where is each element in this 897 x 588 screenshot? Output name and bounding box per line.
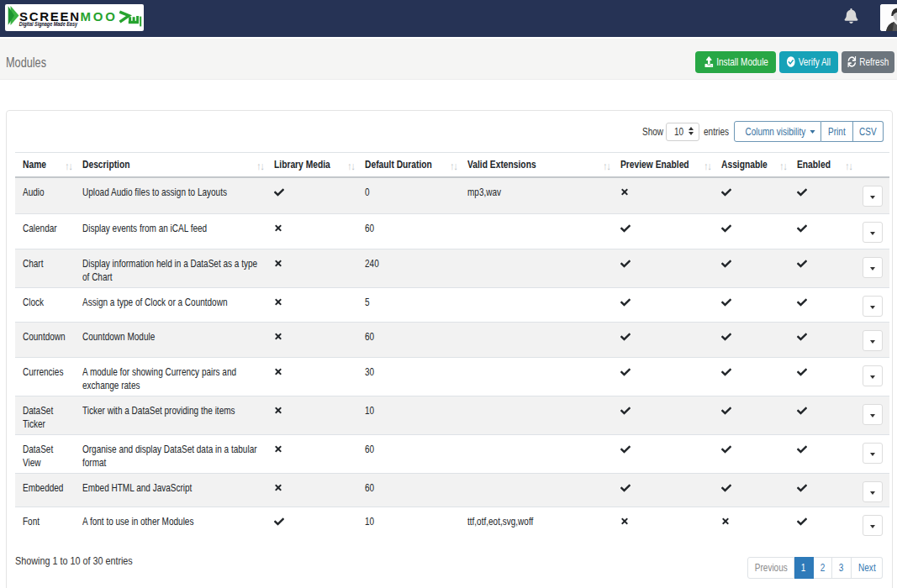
svg-text:Digital Signage Made Easy: Digital Signage Made Easy (19, 21, 78, 26)
svg-text:MOO: MOO (81, 9, 118, 24)
